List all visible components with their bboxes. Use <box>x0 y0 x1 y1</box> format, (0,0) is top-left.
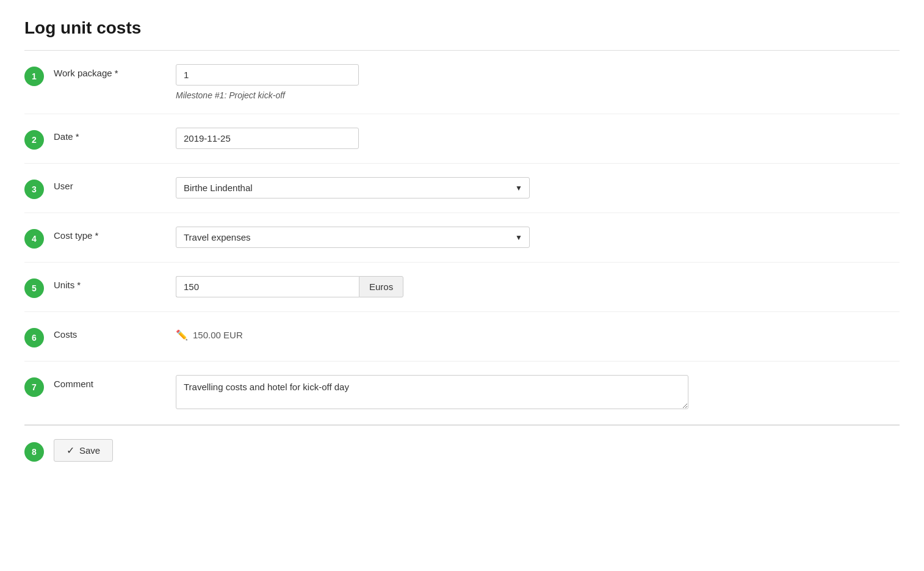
date-row: 2 Date * <box>24 114 900 164</box>
page-container: Log unit costs 1 Work package * Mileston… <box>0 0 924 493</box>
units-row: 5 Units * Euros <box>24 263 900 312</box>
user-select[interactable]: Birthe Lindenthal <box>176 177 530 198</box>
cost-type-select[interactable]: Travel expenses <box>176 227 530 248</box>
comment-input[interactable]: Travelling costs and hotel for kick-off … <box>176 375 688 409</box>
work-package-required: * <box>115 68 118 78</box>
step-number-2: 2 <box>24 130 44 150</box>
costs-label: Costs <box>54 326 176 340</box>
step-number-8: 8 <box>24 442 44 462</box>
date-content <box>176 128 900 149</box>
page-title: Log unit costs <box>24 18 900 38</box>
form-container: 1 Work package * Milestone #1: Project k… <box>24 50 900 425</box>
pencil-icon: ✏️ <box>176 329 188 341</box>
cost-type-row: 4 Cost type * Travel expenses ▼ <box>24 213 900 263</box>
step-number-3: 3 <box>24 180 44 199</box>
date-input[interactable] <box>176 128 359 149</box>
comment-row: 7 Comment Travelling costs and hotel for… <box>24 362 900 424</box>
work-package-label: Work package * <box>54 64 176 78</box>
save-label: Save <box>79 445 100 456</box>
user-label: User <box>54 177 176 191</box>
date-label: Date * <box>54 128 176 142</box>
units-input[interactable] <box>176 276 359 297</box>
units-suffix: Euros <box>359 276 403 297</box>
comment-label: Comment <box>54 375 176 389</box>
cost-type-select-wrapper: Travel expenses ▼ <box>176 227 530 248</box>
user-content: Birthe Lindenthal ▼ <box>176 177 900 198</box>
checkmark-icon: ✓ <box>67 445 74 456</box>
units-required: * <box>77 280 81 290</box>
units-label: Units * <box>54 276 176 290</box>
costs-value: 150.00 EUR <box>193 330 243 340</box>
cost-type-required: * <box>95 230 99 241</box>
work-package-row: 1 Work package * Milestone #1: Project k… <box>24 51 900 114</box>
comment-content: Travelling costs and hotel for kick-off … <box>176 375 900 411</box>
step-number-5: 5 <box>24 278 44 298</box>
step-number-7: 7 <box>24 377 44 397</box>
costs-content: ✏️ 150.00 EUR <box>176 326 900 341</box>
cost-type-label: Cost type * <box>54 227 176 241</box>
date-required: * <box>76 131 79 142</box>
cost-type-content: Travel expenses ▼ <box>176 227 900 248</box>
milestone-text: Milestone #1: Project kick-off <box>176 90 900 100</box>
user-row: 3 User Birthe Lindenthal ▼ <box>24 164 900 213</box>
units-content: Euros <box>176 276 900 297</box>
save-button[interactable]: ✓ Save <box>54 439 113 462</box>
user-select-wrapper: Birthe Lindenthal ▼ <box>176 177 530 198</box>
work-package-content: Milestone #1: Project kick-off <box>176 64 900 100</box>
step-number-1: 1 <box>24 67 44 86</box>
costs-row: 6 Costs ✏️ 150.00 EUR <box>24 312 900 362</box>
save-row: 8 ✓ Save <box>24 425 900 475</box>
costs-display: ✏️ 150.00 EUR <box>176 326 900 341</box>
units-wrapper: Euros <box>176 276 900 297</box>
step-number-6: 6 <box>24 328 44 347</box>
step-number-4: 4 <box>24 229 44 249</box>
work-package-input[interactable] <box>176 64 359 85</box>
